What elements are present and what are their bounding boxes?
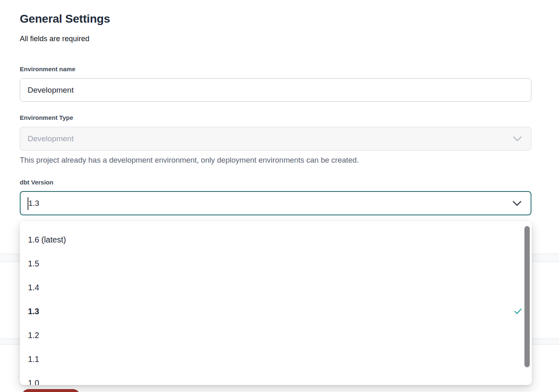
dropdown-option-selected[interactable]: 1.3 (20, 299, 532, 323)
delete-button[interactable] (21, 389, 80, 392)
option-label: 1.1 (28, 355, 39, 364)
chevron-down-icon (513, 136, 522, 142)
dropdown-option[interactable]: 1.2 (20, 323, 532, 347)
option-label: 1.2 (28, 331, 39, 340)
dropdown-option[interactable]: 1.1 (20, 347, 532, 371)
environment-name-label: Environment name (20, 65, 75, 72)
page-title: General Settings (20, 12, 110, 26)
dbt-version-value: 1.3 (28, 199, 39, 208)
environment-name-input[interactable] (20, 78, 531, 102)
environment-settings-page: General Settings All fields are required… (0, 0, 559, 392)
chevron-down-icon (512, 201, 522, 206)
dropdown-option[interactable]: 1.0 (20, 371, 532, 385)
option-label: 1.0 (28, 378, 39, 385)
dbt-version-label: dbt Version (20, 179, 54, 186)
checkmark-icon (514, 308, 522, 315)
environment-type-label: Environment Type (20, 114, 73, 121)
dbt-version-dropdown: 1.6 (latest) 1.5 1.4 1.3 1.2 1.1 1.0 (20, 221, 532, 385)
environment-type-select: Development (20, 127, 531, 151)
dbt-version-select[interactable]: 1.3 (20, 191, 531, 215)
page-subtitle: All fields are required (20, 35, 89, 43)
option-label: 1.6 (latest) (28, 235, 66, 245)
option-label: 1.5 (28, 259, 39, 268)
dropdown-scrollbar[interactable] (524, 226, 530, 367)
dropdown-option[interactable]: 1.5 (20, 252, 532, 275)
text-cursor (28, 197, 28, 210)
option-label: 1.4 (28, 283, 39, 292)
environment-type-value: Development (28, 134, 74, 143)
environment-type-helper: This project already has a development e… (20, 156, 359, 165)
dropdown-option[interactable]: 1.4 (20, 275, 532, 299)
option-label: 1.3 (28, 307, 39, 316)
dropdown-option[interactable]: 1.6 (latest) (20, 228, 532, 252)
